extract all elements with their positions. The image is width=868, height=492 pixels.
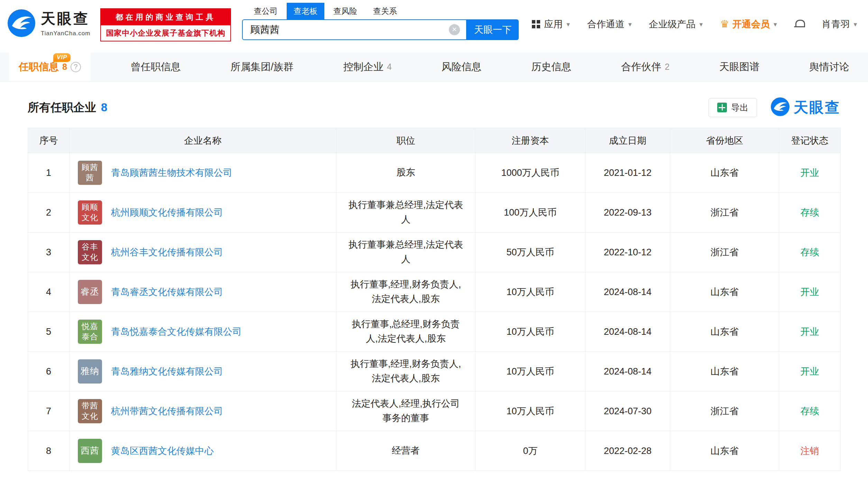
nav-item-label: 开通会员 — [732, 18, 770, 30]
apps-menu[interactable]: 应用▾ — [532, 18, 570, 30]
status-badge: 开业 — [801, 168, 819, 178]
page-tabs: 任职信息8?VIP曾任职信息所属集团/族群控制企业4风险信息历史信息合作伙伴2天… — [0, 53, 868, 82]
page-tab[interactable]: 控制企业4 — [334, 53, 401, 81]
search-tab[interactable]: 查关系 — [366, 3, 404, 19]
page-tab[interactable]: 风险信息 — [432, 53, 491, 81]
page-tab-label: 历史信息 — [531, 60, 571, 74]
search-tab[interactable]: 查老板 — [287, 3, 324, 19]
notifications-bell[interactable] — [794, 19, 804, 29]
page-tab[interactable]: 合作伙伴2 — [611, 53, 679, 81]
status-badge: 开业 — [801, 366, 819, 377]
cell-capital: 10万人民币 — [475, 391, 585, 431]
company-link[interactable]: 杭州带茜文化传播有限公司 — [111, 405, 223, 417]
search-box: × 天眼一下 — [242, 19, 519, 40]
nav-item-label: 合作通道 — [587, 18, 625, 30]
cell-capital: 0万 — [475, 431, 585, 471]
tianyancha-logo-icon — [8, 9, 35, 37]
company-logo-icon: 睿丞 — [78, 280, 102, 304]
company-logo-icon: 悦嘉泰合 — [78, 320, 102, 344]
tianyancha-watermark-icon — [771, 97, 789, 117]
page-tab[interactable]: 所属集团/族群 — [221, 53, 303, 81]
cell-capital: 10万人民币 — [475, 272, 585, 312]
user-menu[interactable]: 肖青羽▾ — [822, 18, 857, 30]
page-tab-label: 任职信息 — [19, 60, 59, 74]
cell-position: 执行董事兼总经理,法定代表人 — [336, 193, 475, 233]
cell-capital: 50万人民币 — [475, 233, 585, 272]
company-logo-icon: 顾茜茜 — [78, 161, 102, 185]
company-link[interactable]: 青岛顾茜茜生物技术有限公司 — [111, 167, 232, 179]
column-header: 注册资本 — [475, 128, 585, 153]
page-tab-label: 风险信息 — [441, 60, 481, 74]
cell-index: 8 — [28, 431, 70, 471]
company-logo-icon: 雅纳 — [78, 359, 102, 384]
cell-company: 悦嘉泰合青岛悦嘉泰合文化传媒有限公司 — [70, 312, 336, 352]
table-row: 6雅纳青岛雅纳文化传媒有限公司执行董事,经理,财务负责人,法定代表人,股东10万… — [28, 352, 841, 391]
column-header: 序号 — [28, 128, 70, 153]
column-header: 成立日期 — [585, 128, 670, 153]
chevron-down-icon: ▾ — [628, 20, 632, 28]
excel-icon — [717, 103, 727, 112]
cell-company: 顾顺文化杭州顾顺文化传播有限公司 — [70, 193, 336, 233]
company-logo-icon: 带茜文化 — [78, 399, 102, 423]
cell-index: 5 — [28, 312, 70, 352]
page-tab-label: 合作伙伴 — [621, 60, 661, 74]
company-logo-icon: 顾顺文化 — [78, 200, 102, 225]
enterprise-products-menu[interactable]: 企业级产品▾ — [649, 18, 703, 30]
company-link[interactable]: 青岛睿丞文化传媒有限公司 — [111, 286, 223, 298]
partner-channel-menu[interactable]: 合作通道▾ — [587, 18, 632, 30]
vip-upgrade-button[interactable]: ♛开通会员▾ — [720, 18, 777, 30]
crown-icon: ♛ — [720, 19, 729, 29]
cell-position: 执行董事,总经理,财务负责人,法定代表人,股东 — [336, 312, 475, 352]
cell-status: 存续 — [779, 233, 841, 272]
company-link[interactable]: 杭州顾顺文化传播有限公司 — [111, 206, 223, 219]
export-button[interactable]: 导出 — [709, 98, 757, 117]
tianyancha-logo[interactable]: 天眼查 TianYanCha.com — [8, 9, 90, 37]
search-tab[interactable]: 查风险 — [326, 3, 364, 19]
cell-capital: 100万人民币 — [475, 193, 585, 233]
column-header: 登记状态 — [779, 128, 841, 153]
chevron-down-icon: ▾ — [699, 20, 703, 28]
column-header: 职位 — [336, 128, 475, 153]
cell-province: 山东省 — [670, 431, 779, 471]
cell-date: 2024-08-14 — [585, 312, 670, 352]
page-tab[interactable]: 天眼图谱 — [710, 53, 769, 81]
table-row: 1顾茜茜青岛顾茜茜生物技术有限公司股东1000万人民币2021-01-12山东省… — [28, 153, 841, 193]
company-link[interactable]: 杭州谷丰文化传播有限公司 — [111, 246, 223, 258]
cell-company: 顾茜茜青岛顾茜茜生物技术有限公司 — [70, 153, 336, 193]
search-input[interactable] — [243, 24, 449, 35]
company-link[interactable]: 青岛悦嘉泰合文化传媒有限公司 — [111, 325, 242, 338]
cell-province: 山东省 — [670, 352, 779, 391]
company-link[interactable]: 黄岛区西茜文化传媒中心 — [111, 445, 214, 457]
page-tab[interactable]: 任职信息8?VIP — [9, 53, 91, 81]
cell-province: 山东省 — [670, 312, 779, 352]
page-tab-count: 2 — [665, 62, 670, 72]
cell-index: 4 — [28, 272, 70, 312]
search-button[interactable]: 天眼一下 — [467, 19, 519, 40]
cell-position: 经营者 — [336, 431, 475, 471]
help-icon[interactable]: ? — [71, 62, 81, 72]
cell-company: 雅纳青岛雅纳文化传媒有限公司 — [70, 352, 336, 391]
promo-banner-line2: 国家中小企业发展子基金旗下机构 — [101, 25, 230, 41]
tianyancha-watermark-text: 天眼查 — [794, 98, 840, 117]
page-tab[interactable]: 曾任职信息 — [121, 53, 191, 81]
tianyancha-watermark: 天眼查 — [771, 97, 840, 117]
status-badge: 存续 — [801, 207, 819, 218]
company-logo-icon: 谷丰文化 — [78, 240, 102, 264]
company-link[interactable]: 青岛雅纳文化传媒有限公司 — [111, 365, 223, 378]
cell-company: 带茜文化杭州带茜文化传播有限公司 — [70, 391, 336, 431]
section-title: 所有任职企业8 — [28, 100, 107, 115]
cell-company: 谷丰文化杭州谷丰文化传播有限公司 — [70, 233, 336, 272]
table-header-row: 序号企业名称职位注册资本成立日期省份地区登记状态 — [28, 128, 841, 153]
column-header: 省份地区 — [670, 128, 779, 153]
page-tab[interactable]: 舆情讨论 — [800, 53, 859, 81]
clear-icon[interactable]: × — [449, 24, 460, 35]
page-tab[interactable]: 历史信息 — [521, 53, 581, 81]
cell-status: 存续 — [779, 391, 841, 431]
cell-position: 法定代表人,经理,执行公司事务的董事 — [336, 391, 475, 431]
cell-index: 1 — [28, 153, 70, 193]
header: 天眼查 TianYanCha.com 都在用的商业查询工具 国家中小企业发展子基… — [0, 0, 868, 53]
nav-item-label: 企业级产品 — [649, 18, 695, 30]
company-logo-icon: 西茜 — [78, 439, 102, 463]
table-row: 3谷丰文化杭州谷丰文化传播有限公司执行董事兼总经理,法定代表人50万人民币202… — [28, 233, 841, 272]
search-tab[interactable]: 查公司 — [247, 3, 285, 19]
